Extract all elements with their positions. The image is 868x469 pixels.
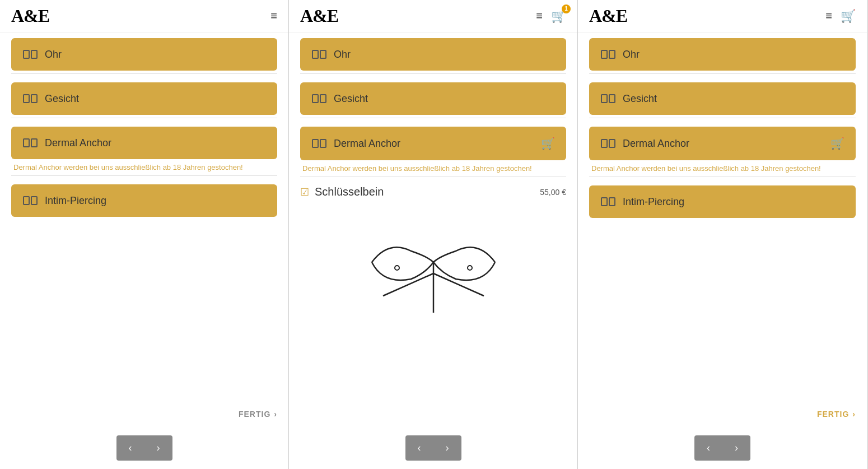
category-item-dermal-2: Dermal Anchor 🛒 Dermal Anchor werden bei… — [300, 127, 566, 177]
fertig-btn-1[interactable]: FERTIG › — [239, 410, 277, 419]
footer-1: FERTIG › — [0, 401, 288, 427]
svg-rect-12 — [312, 140, 318, 147]
hamburger-icon-3[interactable]: ≡ — [825, 10, 832, 22]
hamburger-icon-2[interactable]: ≡ — [536, 10, 543, 22]
category-label-dermal-2: Dermal Anchor — [334, 138, 400, 150]
nav-prev-2[interactable]: ‹ — [405, 435, 433, 461]
category-label-ohr-3: Ohr — [623, 49, 640, 61]
category-btn-ohr-1[interactable]: Ohr — [11, 38, 277, 71]
category-btn-dermal-1[interactable]: Dermal Anchor — [11, 127, 277, 159]
category-icon-ohr-1 — [22, 48, 38, 61]
category-icon-intim-1 — [22, 194, 38, 207]
svg-rect-13 — [320, 140, 326, 147]
sep-ohr-1 — [11, 73, 277, 74]
cart-icon-3: 🛒 — [841, 9, 856, 23]
cart-wrapper-3[interactable]: 🛒 — [841, 9, 856, 24]
svg-rect-1 — [31, 50, 37, 58]
nav-next-3[interactable]: › — [722, 435, 750, 461]
panel-3: A&E ≡ 🛒 Ohr — [578, 0, 867, 469]
hamburger-icon-1[interactable]: ≡ — [270, 10, 277, 22]
nav-arrows-1: ‹ › — [0, 427, 288, 469]
svg-rect-26 — [609, 198, 615, 206]
product-schlusselbein: ☑ Schlüsselbein 55,00 € — [300, 185, 566, 324]
category-item-intim-3: Intim-Piercing Intimpiercings werden bei… — [589, 185, 856, 222]
category-label-dermal-1: Dermal Anchor — [45, 137, 111, 149]
category-item-intim-1: Intim-Piercing Intimpiercings werden bei… — [11, 184, 277, 222]
nav-prev-3[interactable]: ‹ — [694, 435, 722, 461]
header-right-1: ≡ — [270, 10, 277, 22]
svg-rect-22 — [609, 95, 615, 103]
category-item-ohr-3: Ohr — [589, 38, 856, 74]
footer-3: FERTIG › — [578, 401, 867, 427]
svg-rect-19 — [601, 50, 607, 58]
product-label-schlusselbein: Schlüsselbein — [315, 185, 384, 198]
category-label-intim-1: Intim-Piercing — [45, 195, 106, 207]
content-3: Ohr Gesicht — [578, 32, 867, 222]
nav-arrows-2: ‹ › — [289, 427, 577, 469]
panel-1: A&E ≡ Ohr Gesicht — [0, 0, 289, 469]
product-price-schlusselbein: 55,00 € — [540, 188, 566, 197]
category-label-ohr-2: Ohr — [334, 49, 351, 61]
checkbox-icon-schlusselbein[interactable]: ☑ — [300, 186, 309, 198]
category-icon-dermal-1 — [22, 137, 38, 149]
cart-wrapper-2[interactable]: 🛒 1 — [551, 9, 566, 24]
logo-1: A&E — [11, 6, 49, 26]
svg-rect-24 — [609, 140, 615, 147]
category-desc-dermal-3: Dermal Anchor werden bei uns ausschließl… — [589, 164, 856, 174]
category-item-dermal-3: Dermal Anchor 🛒 Dermal Anchor werden bei… — [589, 127, 856, 177]
svg-point-18 — [468, 266, 472, 270]
sep-dermal-1 — [11, 175, 277, 176]
category-item-ohr-1: Ohr — [11, 38, 277, 74]
category-btn-gesicht-1[interactable]: Gesicht — [11, 82, 277, 115]
category-btn-left-dermal-3: Dermal Anchor — [600, 137, 689, 150]
category-btn-ohr-2[interactable]: Ohr — [300, 38, 566, 71]
sep-gesicht-3 — [589, 118, 856, 118]
nav-prev-1[interactable]: ‹ — [116, 435, 144, 461]
category-btn-dermal-3[interactable]: Dermal Anchor 🛒 — [589, 127, 856, 160]
svg-rect-11 — [320, 95, 326, 103]
category-icon-gesicht-2 — [311, 92, 327, 105]
category-btn-gesicht-2[interactable]: Gesicht — [300, 82, 566, 115]
fertig-arrow-3: › — [852, 410, 856, 419]
category-icon-gesicht-3 — [600, 92, 616, 105]
panel-2-header: A&E ≡ 🛒 1 — [289, 0, 577, 32]
nav-next-2[interactable]: › — [433, 435, 461, 461]
category-btn-intim-1[interactable]: Intim-Piercing — [11, 184, 277, 217]
panel-3-header: A&E ≡ 🛒 — [578, 0, 867, 32]
category-btn-gesicht-3[interactable]: Gesicht — [589, 82, 856, 115]
svg-rect-7 — [31, 197, 37, 205]
sep-ohr-2 — [300, 73, 566, 74]
header-right-3: ≡ 🛒 — [825, 9, 856, 24]
category-item-ohr-2: Ohr — [300, 38, 566, 74]
fertig-btn-3[interactable]: FERTIG › — [817, 410, 856, 419]
category-label-gesicht-1: Gesicht — [45, 93, 79, 105]
category-label-gesicht-2: Gesicht — [334, 93, 368, 105]
category-btn-intim-3[interactable]: Intim-Piercing — [589, 185, 856, 218]
category-icon-gesicht-1 — [22, 92, 38, 105]
nav-next-1[interactable]: › — [144, 435, 172, 461]
category-icon-intim-3 — [600, 196, 616, 208]
svg-point-17 — [395, 266, 399, 270]
svg-rect-5 — [31, 139, 37, 147]
svg-rect-23 — [601, 140, 607, 147]
category-btn-ohr-3[interactable]: Ohr — [589, 38, 856, 71]
fertig-label-1: FERTIG — [239, 410, 270, 419]
category-icon-ohr-2 — [311, 48, 327, 61]
category-desc-dermal-1: Dermal Anchor werden bei uns ausschließl… — [11, 162, 277, 173]
content-2: Ohr Gesicht — [289, 32, 577, 427]
svg-line-16 — [433, 273, 484, 296]
category-desc-dermal-2: Dermal Anchor werden bei uns ausschließl… — [300, 164, 566, 174]
panel-1-header: A&E ≡ — [0, 0, 288, 32]
category-label-gesicht-3: Gesicht — [623, 93, 657, 105]
sep-ohr-3 — [589, 73, 856, 74]
fertig-label-3: FERTIG — [817, 410, 849, 419]
header-right-2: ≡ 🛒 1 — [536, 9, 566, 24]
sep-dermal-3 — [589, 177, 856, 177]
product-image-schlusselbein — [300, 201, 566, 324]
svg-rect-0 — [24, 50, 29, 58]
category-btn-dermal-2[interactable]: Dermal Anchor 🛒 — [300, 127, 566, 160]
fertig-arrow-1: › — [274, 410, 277, 419]
panel-2: A&E ≡ 🛒 1 Ohr — [289, 0, 578, 469]
product-header-schlusselbein: ☑ Schlüsselbein 55,00 € — [300, 185, 566, 198]
category-icon-ohr-3 — [600, 48, 616, 61]
